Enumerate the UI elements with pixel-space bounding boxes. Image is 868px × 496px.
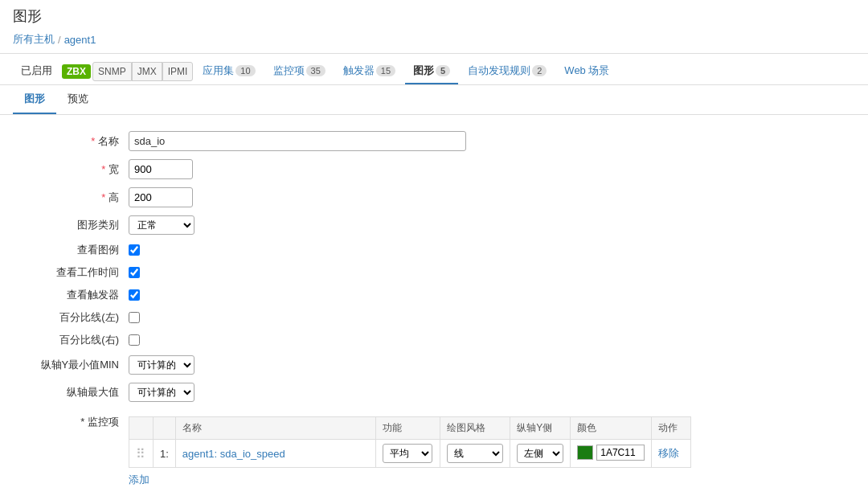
tab-jmx[interactable]: JMX xyxy=(132,62,162,81)
tab-trigger[interactable]: 触发器15 xyxy=(335,59,403,84)
y-max-select[interactable]: 可计算的 固定 物品 xyxy=(129,383,194,402)
field-height: 高 xyxy=(24,187,844,207)
pct-right-checkbox[interactable] xyxy=(129,334,140,346)
row-name: agent1: sda_io_speed xyxy=(175,440,376,468)
tab-enabled[interactable]: 已启用 xyxy=(13,59,60,84)
tab-ipmi[interactable]: IPMI xyxy=(162,62,194,81)
monitor-section: 名称 功能 绘图风格 纵轴Y侧 颜色 动作 ⠿ 1: agent1: sda_i… xyxy=(129,416,691,487)
row-style: 线 填充区域 粗线 点 xyxy=(440,440,510,468)
y-max-label: 纵轴最大值 xyxy=(24,385,129,400)
graph-type-select[interactable]: 正常 堆叠 饼图 分解饼图 xyxy=(129,215,194,235)
func-select[interactable]: 平均 最小 最大 全部 xyxy=(383,444,432,463)
monitor-items-label: * 监控项 xyxy=(24,410,129,429)
field-monitor-items: * 监控项 名称 功能 绘图风格 纵轴Y侧 颜色 动作 xyxy=(24,410,844,487)
field-graph-type: 图形类别 正常 堆叠 饼图 分解饼图 xyxy=(24,215,844,235)
col-func: 功能 xyxy=(376,417,440,440)
col-axis: 纵轴Y侧 xyxy=(510,417,571,440)
name-input[interactable] xyxy=(129,131,466,151)
tab-monitor[interactable]: 监控项35 xyxy=(265,59,334,84)
show-triggers-label: 查看触发器 xyxy=(24,288,129,302)
show-legend-checkbox[interactable] xyxy=(129,244,140,256)
field-y-min: 纵轴Y最小值MIN 可计算的 固定 物品 xyxy=(24,355,844,375)
page-title: 图形 xyxy=(13,6,855,26)
col-action: 动作 xyxy=(652,417,691,440)
sub-tab-preview[interactable]: 预览 xyxy=(56,85,100,114)
show-triggers-checkbox[interactable] xyxy=(129,289,140,301)
page-header: 图形 所有主机 / agent1 已启用 ZBX SNMP JMX IPMI 应… xyxy=(0,0,868,115)
color-swatch[interactable] xyxy=(577,445,593,460)
field-pct-left: 百分比线(左) xyxy=(24,310,844,325)
height-input[interactable] xyxy=(129,187,193,207)
sub-tabs-bar: 图形 预览 xyxy=(0,85,868,115)
remove-button[interactable]: 移除 xyxy=(658,446,679,461)
tab-discovery[interactable]: 自动发现规则2 xyxy=(460,59,555,84)
row-color xyxy=(571,440,652,468)
monitor-item-link[interactable]: agent1: sda_io_speed xyxy=(182,448,285,460)
height-label: 高 xyxy=(24,191,129,205)
tab-app[interactable]: 应用集10 xyxy=(194,59,263,84)
graph-type-label: 图形类别 xyxy=(24,218,129,232)
y-min-label: 纵轴Y最小值MIN xyxy=(24,358,129,372)
show-work-time-checkbox[interactable] xyxy=(129,267,140,278)
color-input[interactable] xyxy=(596,445,645,461)
row-action: 移除 xyxy=(652,440,691,468)
field-width: 宽 xyxy=(24,159,844,179)
style-select[interactable]: 线 填充区域 粗线 点 xyxy=(447,444,503,463)
tab-snmp[interactable]: SNMP xyxy=(92,62,132,81)
field-pct-right: 百分比线(右) xyxy=(24,333,844,347)
row-func: 平均 最小 最大 全部 xyxy=(376,440,440,468)
monitor-table: 名称 功能 绘图风格 纵轴Y侧 颜色 动作 ⠿ 1: agent1: sda_i… xyxy=(129,416,691,468)
table-row: ⠿ 1: agent1: sda_io_speed 平均 最小 最大 全部 xyxy=(129,440,691,468)
field-show-legend: 查看图例 xyxy=(24,243,844,257)
drag-handle[interactable]: ⠿ xyxy=(129,440,154,468)
col-drag xyxy=(129,417,154,440)
tab-graph[interactable]: 图形5 xyxy=(405,59,458,84)
add-monitor-link[interactable]: 添加 xyxy=(129,473,149,487)
row-axis: 左侧 右侧 xyxy=(510,440,571,468)
col-style: 绘图风格 xyxy=(440,417,510,440)
name-label: 名称 xyxy=(24,134,129,149)
field-show-work-time: 查看工作时间 xyxy=(24,265,844,280)
col-color: 颜色 xyxy=(571,417,652,440)
breadcrumb: 所有主机 / agent1 xyxy=(13,32,855,47)
pct-left-label: 百分比线(左) xyxy=(24,310,129,325)
pct-left-checkbox[interactable] xyxy=(129,312,140,323)
field-name: 名称 xyxy=(24,131,844,151)
col-index xyxy=(153,417,175,440)
field-y-max: 纵轴最大值 可计算的 固定 物品 xyxy=(24,383,844,402)
form-content: 名称 宽 高 图形类别 正常 堆叠 饼图 分解饼图 查看图例 查看工作时间 xyxy=(0,115,868,496)
axis-select[interactable]: 左侧 右侧 xyxy=(517,444,563,463)
y-min-select[interactable]: 可计算的 固定 物品 xyxy=(129,355,194,375)
field-show-triggers: 查看触发器 xyxy=(24,288,844,302)
pct-right-label: 百分比线(右) xyxy=(24,333,129,347)
col-name: 名称 xyxy=(175,417,376,440)
breadcrumb-agent[interactable]: agent1 xyxy=(64,34,96,46)
sub-tab-graph[interactable]: 图形 xyxy=(13,85,56,114)
row-index: 1: xyxy=(153,440,175,468)
breadcrumb-all-hosts[interactable]: 所有主机 xyxy=(13,32,55,47)
tab-web[interactable]: Web 场景 xyxy=(556,59,617,84)
width-input[interactable] xyxy=(129,159,193,179)
breadcrumb-sep: / xyxy=(58,34,61,46)
show-legend-label: 查看图例 xyxy=(24,243,129,257)
host-tabs-bar: 已启用 ZBX SNMP JMX IPMI 应用集10 监控项35 触发器15 … xyxy=(0,54,868,85)
show-work-time-label: 查看工作时间 xyxy=(24,265,129,280)
protocol-tabs: SNMP JMX IPMI xyxy=(92,62,193,81)
tab-zbx[interactable]: ZBX xyxy=(62,64,91,79)
width-label: 宽 xyxy=(24,162,129,177)
